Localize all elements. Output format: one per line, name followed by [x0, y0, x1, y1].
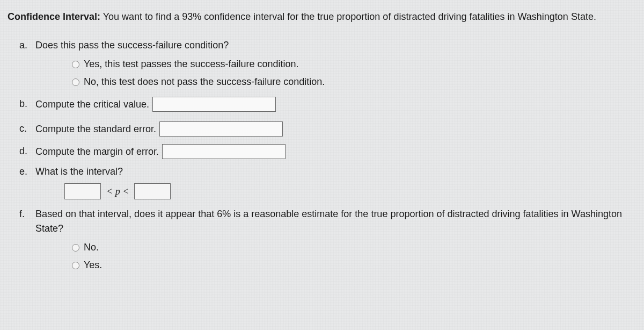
option-a-no[interactable]: No, this test does not pass the success-…	[72, 75, 636, 89]
radio-icon[interactable]	[72, 262, 79, 269]
radio-icon[interactable]	[72, 78, 79, 86]
question-e-label: e.	[19, 164, 27, 179]
interval-inequality: < p <	[106, 184, 129, 199]
question-list: a. Does this pass the success-failure co…	[8, 38, 636, 272]
option-f-yes[interactable]: Yes.	[72, 258, 636, 272]
question-b: b. Compute the critical value.	[35, 97, 636, 112]
question-c: c. Compute the standard error.	[35, 121, 636, 137]
question-f: f. Based on that interval, does it appea…	[35, 207, 636, 236]
question-a-options: Yes, this test passes the success-failur…	[72, 57, 636, 89]
option-f-no[interactable]: No.	[72, 240, 636, 255]
intro-text: You want to find a 93% confidence interv…	[100, 11, 596, 22]
option-a-yes[interactable]: Yes, this test passes the success-failur…	[72, 57, 636, 71]
question-d-label: d.	[19, 144, 27, 159]
option-a-no-label: No, this test does not pass the success-…	[84, 75, 325, 89]
question-d-text: Compute the margin of error.	[35, 145, 159, 159]
intro-bold: Confidence Interval:	[8, 11, 100, 22]
question-a-text: Does this pass the success-failure condi…	[35, 40, 229, 51]
question-a: a. Does this pass the success-failure co…	[35, 38, 636, 53]
option-f-no-label: No.	[84, 240, 99, 255]
critical-value-input[interactable]	[152, 97, 276, 112]
radio-icon[interactable]	[72, 61, 79, 68]
question-f-options: No. Yes.	[72, 240, 636, 272]
question-e: e. What is the interval?	[35, 164, 636, 179]
question-e-text: What is the interval?	[35, 166, 123, 177]
question-b-text: Compute the critical value.	[35, 97, 149, 112]
interval-row: < p <	[64, 183, 636, 199]
question-a-label: a.	[19, 38, 27, 53]
margin-error-input[interactable]	[162, 144, 286, 159]
question-f-label: f.	[19, 207, 25, 221]
interval-upper-input[interactable]	[134, 183, 171, 199]
question-d: d. Compute the margin of error.	[35, 144, 636, 159]
question-b-label: b.	[19, 97, 27, 111]
option-a-yes-label: Yes, this test passes the success-failur…	[84, 57, 299, 71]
question-f-text: Based on that interval, does it appear t…	[35, 209, 622, 234]
question-c-text: Compute the standard error.	[35, 122, 156, 137]
option-f-yes-label: Yes.	[84, 258, 102, 272]
standard-error-input[interactable]	[159, 121, 283, 137]
intro-paragraph: Confidence Interval: You want to find a …	[8, 10, 636, 24]
interval-lower-input[interactable]	[64, 183, 101, 199]
radio-icon[interactable]	[72, 244, 79, 252]
question-c-label: c.	[19, 121, 27, 136]
